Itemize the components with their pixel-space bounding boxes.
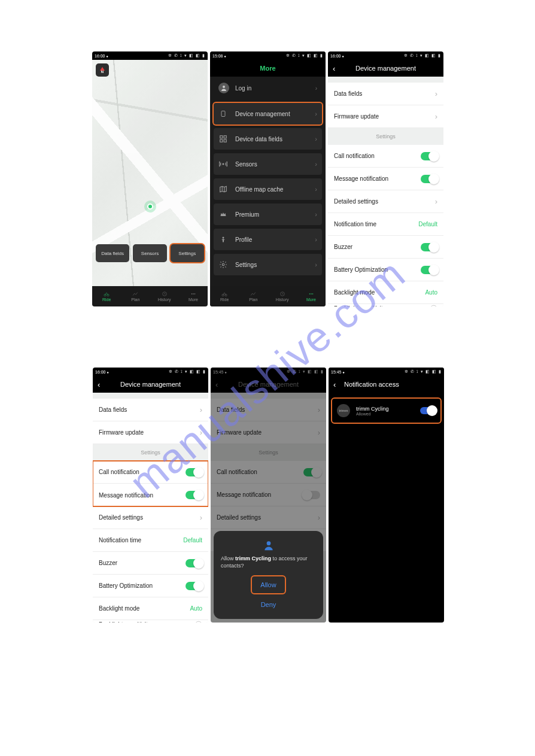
screen-header: More [210, 60, 326, 77]
tab-more-label: More [306, 297, 316, 302]
phone-permission-dialog: 15:45 ⬥ ✲ ✆ ⟟ ▾ ◧ ◧ ▮ ‹ Device managemen… [211, 368, 326, 623]
tab-history[interactable]: History [268, 286, 297, 306]
toggle-on[interactable] [421, 266, 437, 274]
login-row[interactable]: Log in › [214, 77, 322, 99]
toggle-on[interactable] [186, 491, 202, 499]
toggle-on[interactable] [421, 175, 437, 183]
menu-offline-map[interactable]: Offline map cache› [214, 178, 322, 200]
chevron-right-icon: › [315, 236, 317, 243]
phone-device-mgmt: 16:00 ⬥ ✲ ✆ ⟟ ▾ ◧ ◧ ▮ ‹ Device managemen… [328, 51, 443, 306]
row-buzzer[interactable]: Buzzer [93, 552, 208, 575]
svg-point-13 [223, 237, 224, 239]
row-data-fields[interactable]: Data fields› [328, 83, 443, 105]
toggle-on-blue[interactable] [420, 407, 436, 414]
svg-point-4 [193, 293, 194, 294]
row-buzzer[interactable]: Buzzer [328, 236, 443, 259]
tab-ride[interactable]: Ride [210, 286, 239, 306]
back-button[interactable]: ‹ [333, 64, 335, 73]
more-icon [190, 291, 197, 297]
row-label: Notification time [99, 537, 141, 544]
row-value: Auto [425, 289, 437, 296]
row-label: Backlight mode [334, 289, 375, 296]
tab-more[interactable]: More [297, 286, 326, 306]
phone-device-mgmt-highlight: 16:00 ⬥ ✲ ✆ ⟟ ▾ ◧ ◧ ▮ ‹ Device managemen… [93, 368, 208, 623]
row-backlight-sensitivity[interactable]: Backlight sensitivity◯ [93, 620, 208, 623]
screen-header: ‹ Notification access [329, 376, 444, 393]
row-backlight-mode[interactable]: Backlight modeAuto [328, 281, 443, 304]
compass-label: N [101, 70, 104, 74]
row-label: Data fields [99, 406, 127, 413]
back-button[interactable]: ‹ [333, 380, 336, 389]
row-notification-time[interactable]: Notification timeDefault [328, 213, 443, 236]
quick-data-fields[interactable]: Data fields [96, 244, 129, 262]
row-data-fields[interactable]: Data fields› [93, 399, 208, 421]
row-detailed-settings[interactable]: Detailed settings› [328, 190, 443, 213]
signal-icon [218, 159, 228, 169]
deny-button[interactable]: Deny [253, 596, 285, 613]
row-call-notification[interactable]: Call notification [93, 461, 208, 484]
row-firmware[interactable]: Firmware update› [328, 105, 443, 128]
menu-label: Device management [235, 111, 290, 117]
screen-title: Device management [355, 65, 416, 72]
menu-sensors[interactable]: Sensors› [214, 153, 322, 175]
quick-settings[interactable]: Settings [171, 244, 204, 262]
row-label: Detailed settings [99, 514, 143, 521]
row-message-notification[interactable]: Message notification [93, 484, 208, 506]
dialog-app: trimm Cycling [235, 555, 271, 561]
back-button[interactable]: ‹ [98, 380, 100, 389]
row-label: Firmware update [334, 113, 379, 120]
toggle-on[interactable] [186, 582, 202, 590]
menu-device-management[interactable]: Device management› [214, 103, 322, 125]
menu-device-data-fields[interactable]: Device data fields› [214, 128, 322, 150]
allow-button[interactable]: Allow [252, 576, 284, 593]
highlight-notifications: Call notification Message notification [93, 461, 208, 506]
status-icons: ✲ ✆ ⟟ ▾ ◧ ◧ ▮ [404, 53, 441, 58]
tab-history[interactable]: History [150, 286, 179, 306]
app-notification-row[interactable]: trimm trimm Cycling Allowed [332, 399, 440, 423]
chevron-right-icon: › [435, 197, 437, 206]
menu-profile[interactable]: Profile› [214, 229, 322, 250]
settings-list: Data fields› Firmware update› Settings C… [328, 77, 443, 306]
app-name: trimm Cycling [356, 406, 389, 412]
row-backlight-sensitivity[interactable]: Backlight sensitivity◯ [328, 304, 443, 306]
tab-plan[interactable]: Plan [121, 286, 150, 306]
screen-header: ‹ Device management [93, 376, 208, 393]
more-icon [308, 291, 315, 297]
svg-rect-11 [224, 139, 226, 142]
tab-plan[interactable]: Plan [239, 286, 268, 306]
row-battery-opt[interactable]: Battery Optimization [93, 575, 208, 597]
dialog-text: Allow trimm Cycling to access your conta… [221, 555, 316, 569]
map-canvas[interactable]: N Data fields Sensors Settings [92, 60, 208, 286]
contacts-icon [263, 539, 275, 551]
menu-settings[interactable]: Settings› [214, 254, 322, 275]
phone-map: 16:00 ⬥ ✲ ✆ ⟟ ▾ ◧ ◧ ▮ N Data fields Sens… [92, 51, 208, 306]
crown-icon [218, 210, 228, 219]
screen-title: Device management [120, 381, 181, 388]
status-time: 15:45 ⬥ [331, 370, 345, 374]
row-backlight-mode[interactable]: Backlight modeAuto [93, 597, 208, 620]
toggle-on[interactable] [421, 152, 437, 160]
tab-ride[interactable]: Ride [92, 286, 121, 306]
row-label: Backlight sensitivity [334, 305, 386, 307]
row-firmware[interactable]: Firmware update› [93, 421, 208, 444]
svg-point-18 [309, 293, 311, 294]
quick-sensors[interactable]: Sensors [133, 244, 166, 262]
row-detailed-settings[interactable]: Detailed settings› [93, 506, 208, 529]
row-battery-opt[interactable]: Battery Optimization [328, 259, 443, 281]
svg-rect-9 [224, 136, 226, 138]
phone-more: 15:08 ⬥ ✲ ✆ ⟟ ▾ ◧ ◧ ▮ More Log in › Devi… [210, 51, 326, 306]
compass-button[interactable]: N [96, 63, 109, 77]
status-time: 16:00 ⬥ [95, 54, 108, 58]
row-value: Default [418, 221, 437, 227]
row-message-notification[interactable]: Message notification [328, 168, 443, 190]
menu-label: Profile [235, 236, 252, 243]
knob-icon: ◯ [194, 620, 202, 623]
row-call-notification[interactable]: Call notification [328, 145, 443, 168]
tab-more[interactable]: More [179, 286, 208, 306]
toggle-on[interactable] [186, 468, 202, 476]
toggle-on[interactable] [186, 559, 202, 567]
toggle-on[interactable] [421, 243, 437, 251]
menu-premium[interactable]: Premium› [214, 204, 322, 225]
row-label: Battery Optimization [99, 582, 153, 589]
row-notification-time[interactable]: Notification timeDefault [93, 529, 208, 552]
